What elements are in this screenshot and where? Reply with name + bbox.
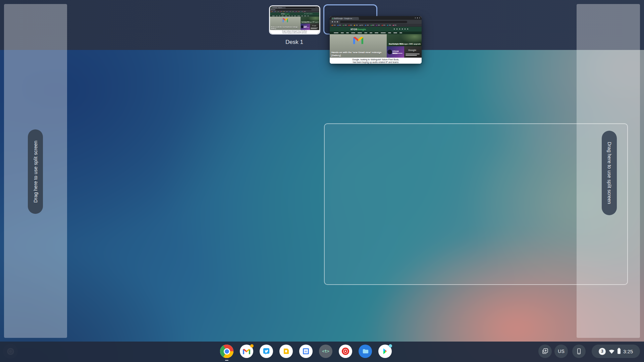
system-tray[interactable]: 3 3:25 bbox=[592, 345, 640, 358]
ime-label: US bbox=[558, 349, 564, 354]
phone-icon bbox=[576, 348, 582, 355]
calendar-icon: 31 bbox=[303, 348, 309, 355]
article-tile-google: Google bbox=[310, 23, 319, 30]
shelf-app-chrome[interactable] bbox=[220, 345, 233, 358]
svg-text:31: 31 bbox=[305, 350, 308, 353]
nav-buttons bbox=[271, 9, 274, 10]
keep-icon bbox=[283, 348, 289, 355]
battery-icon bbox=[618, 349, 621, 354]
site-favicon-icon bbox=[271, 7, 272, 8]
site-header-icons bbox=[394, 28, 408, 29]
screen-capture-icon bbox=[541, 348, 549, 355]
gmail-logo-icon bbox=[353, 36, 363, 44]
dragged-window[interactable]: 9to5Google - Google ne... 9TO5Google bbox=[330, 16, 422, 64]
shelf-app-youtube-music[interactable] bbox=[339, 345, 352, 358]
tab-strip: 9to5Google - Google ne... bbox=[330, 16, 422, 20]
desk1-window-preview: 9to5Google - Google ne... bbox=[270, 6, 319, 34]
files-icon bbox=[362, 348, 369, 355]
article-tile-steam-deck: STEAM DECK bbox=[301, 23, 310, 30]
tab-title: 9to5Google - Google ne... bbox=[272, 7, 283, 8]
shelf-app-twitter[interactable] bbox=[260, 345, 273, 358]
shelf-app-calendar[interactable]: 31 bbox=[299, 345, 313, 358]
play-store-badge bbox=[389, 344, 392, 348]
gmail-logo-icon bbox=[283, 18, 288, 22]
hero-headline: Hands-on with the 'new Gmail view' redes… bbox=[271, 26, 300, 30]
site-logo: 9TO5Google bbox=[351, 28, 366, 31]
site-content: Hands-on with the 'new Gmail view' redes… bbox=[270, 17, 319, 30]
browser-toolbar bbox=[330, 20, 422, 24]
site-content: Hands-on with the 'new Gmail view' redes… bbox=[330, 34, 422, 58]
hero-article: Hands-on with the 'new Gmail view' redes… bbox=[270, 17, 301, 30]
article-tile-steam-deck: STEAM DECK bbox=[387, 46, 404, 58]
split-hint-text-left: Drag here to use split screen bbox=[33, 140, 38, 202]
article-tile-google: Google bbox=[404, 46, 422, 58]
twitter-icon bbox=[263, 348, 270, 355]
shelf-app-keep[interactable] bbox=[279, 345, 293, 358]
window-controls bbox=[316, 7, 318, 7]
chrome-icon bbox=[220, 345, 233, 358]
site-logo: 9TO5Google bbox=[281, 13, 289, 15]
site-header: 9TO5Google bbox=[330, 27, 422, 32]
site-favicon-icon bbox=[332, 18, 333, 19]
shelf-app-text[interactable]: <t> bbox=[319, 345, 332, 358]
wifi-icon bbox=[608, 349, 615, 354]
desk-thumbnail-desk1[interactable]: 9to5Google - Google ne... bbox=[269, 5, 320, 35]
screen-capture-button[interactable] bbox=[538, 345, 552, 358]
article-tile-messages: Deal with it: Messages SMS upgradeuse Go… bbox=[387, 34, 422, 46]
play-store-icon bbox=[382, 348, 388, 355]
browser-tab[interactable]: 9to5Google - Google ne... bbox=[331, 17, 359, 20]
site-nav bbox=[330, 32, 422, 34]
shelf-app-gmail[interactable] bbox=[240, 345, 253, 358]
nav-buttons[interactable] bbox=[332, 21, 338, 22]
gmail-notification-badge bbox=[250, 344, 254, 348]
split-hint-pill-left[interactable]: Drag here to use split screen bbox=[28, 129, 43, 214]
window-controls[interactable] bbox=[415, 17, 420, 18]
article-tile-messages: Deal with it: Messages SMS upgradeuse Go… bbox=[301, 17, 319, 24]
tab-title: 9to5Google - Google ne... bbox=[334, 17, 354, 19]
youtube-music-icon bbox=[341, 347, 350, 355]
clock: 3:25 bbox=[623, 349, 633, 354]
chrome-running-indicator bbox=[225, 360, 228, 361]
hero-headline: Hands-on with the 'new Gmail view' redes… bbox=[331, 51, 384, 57]
text-app-glyph: <t> bbox=[322, 349, 329, 354]
site-header-icons bbox=[304, 13, 312, 14]
address-bar[interactable] bbox=[340, 21, 407, 23]
desk1-label: Desk 1 bbox=[265, 39, 324, 46]
ime-keyboard-button[interactable]: US bbox=[554, 345, 568, 358]
news-ticker: Google, looking to 'distinguish' future … bbox=[330, 58, 422, 64]
drop-target-preview bbox=[324, 123, 628, 285]
address-bar bbox=[275, 9, 311, 10]
gmail-icon bbox=[243, 349, 250, 354]
news-ticker: Google, looking to 'distinguish' future … bbox=[270, 30, 319, 34]
site-header: 9TO5Google bbox=[270, 12, 319, 15]
shelf-app-row: 31 <t> bbox=[220, 345, 392, 358]
shelf-app-play-store[interactable] bbox=[378, 345, 392, 358]
shelf-app-files[interactable] bbox=[359, 345, 372, 358]
phone-hub-button[interactable] bbox=[572, 345, 586, 358]
hero-article: Hands-on with the 'new Gmail view' redes… bbox=[330, 34, 387, 58]
notification-badge: 3 bbox=[599, 348, 606, 355]
browser-toolbar bbox=[270, 8, 319, 11]
bookmarks-bar[interactable] bbox=[330, 24, 422, 27]
